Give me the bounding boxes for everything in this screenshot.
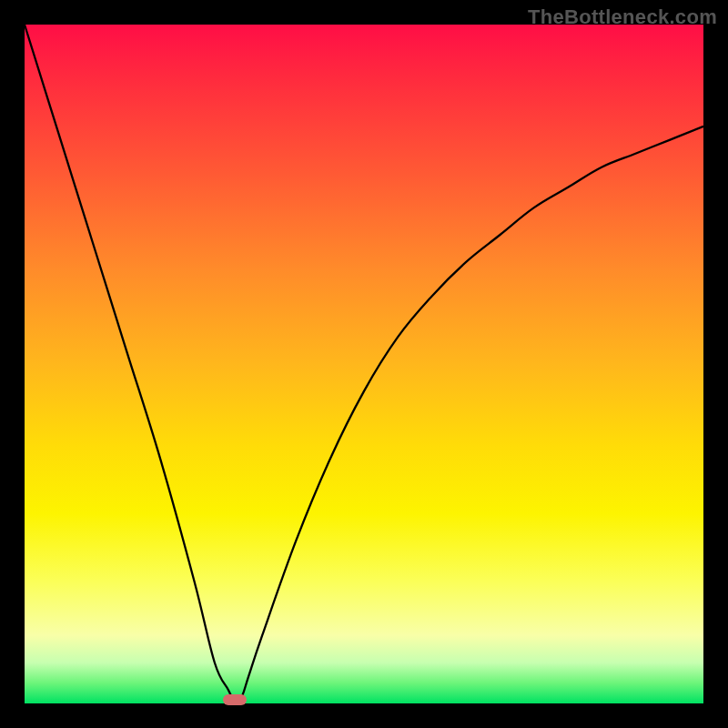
chart-frame: TheBottleneck.com [0,0,728,728]
minimum-marker [223,694,247,705]
bottleneck-curve [25,25,703,703]
plot-area [25,25,703,703]
curve-svg [25,25,703,703]
